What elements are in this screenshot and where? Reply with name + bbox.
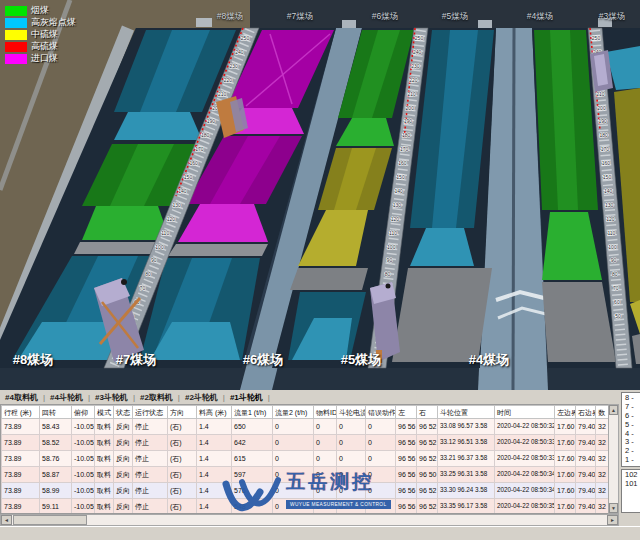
table-cell: (右) bbox=[168, 499, 197, 515]
rail-distance-number: 130 bbox=[172, 202, 181, 208]
tab-machine-5[interactable]: #2斗轮机 bbox=[185, 392, 218, 403]
table-cell: 0 bbox=[314, 419, 337, 435]
rail-distance-number: 240 bbox=[235, 49, 244, 55]
vertical-scrollbar[interactable]: ▲ ▼ bbox=[608, 404, 619, 514]
tab-machine-6[interactable]: #1斗轮机 bbox=[230, 392, 263, 403]
rail-distance-number: 250 bbox=[241, 35, 250, 41]
table-cell: -10.05 bbox=[72, 451, 95, 467]
coal-yard-monitoring-app: 2502402302202102001901801701601501401301… bbox=[0, 0, 640, 540]
rail-distance-number: 140 bbox=[394, 188, 403, 194]
tab-machine-3[interactable]: #3斗轮机 bbox=[95, 392, 128, 403]
table-cell: 96 52 bbox=[417, 419, 438, 435]
column-header: 右 bbox=[417, 406, 438, 419]
table-cell: 32 bbox=[596, 435, 609, 451]
color-swatch bbox=[5, 42, 27, 52]
column-header: 方向 bbox=[168, 406, 197, 419]
table-cell: 58.99 bbox=[40, 483, 72, 499]
pile-end-face bbox=[114, 112, 202, 140]
column-header: 回转 bbox=[40, 406, 72, 419]
table-row[interactable]: 73.8958.99-10.05取料反向停止(右)1.4576000096 56… bbox=[2, 483, 609, 499]
rail-distance-number: 180 bbox=[402, 132, 411, 138]
rail-distance-number: 160 bbox=[602, 160, 611, 166]
rail-distance-number: 220 bbox=[409, 77, 418, 83]
machine-list-item[interactable]: 1 - bbox=[625, 456, 640, 465]
table-cell: 反向 bbox=[114, 435, 133, 451]
rail-distance-number: 180 bbox=[201, 132, 210, 138]
column-header: 时间 bbox=[495, 406, 555, 419]
scroll-down-button[interactable]: ▼ bbox=[609, 503, 618, 513]
table-cell: 548 bbox=[232, 499, 273, 515]
table-cell: 96 56 bbox=[396, 435, 417, 451]
tab-separator: | bbox=[133, 393, 135, 402]
scroll-right-button[interactable]: ► bbox=[607, 515, 618, 525]
table-cell: 33.25 96.31 3.58 bbox=[438, 467, 495, 483]
column-header: 右边界 bbox=[576, 406, 596, 419]
rail-distance-number: 170 bbox=[195, 146, 204, 152]
table-row[interactable]: 73.8958.87-10.05取料反向停止(右)1.4597000096 56… bbox=[2, 467, 609, 483]
table-cell: 79.40 bbox=[576, 499, 596, 515]
rail-distance-number: 160 bbox=[190, 160, 199, 166]
yard-label-top: #7煤场 bbox=[287, 11, 313, 23]
table-cell: 停止 bbox=[133, 499, 168, 515]
tab-separator: | bbox=[178, 393, 180, 402]
rail-distance-number: 160 bbox=[398, 160, 407, 166]
table-cell: 1.4 bbox=[197, 451, 232, 467]
table-cell: -10.05 bbox=[72, 419, 95, 435]
rail-distance-number: 100 bbox=[155, 244, 164, 250]
machine-number-list: 8 -7 -6 -5 -4 -3 -2 -1 - bbox=[621, 392, 640, 467]
tab-machine-1[interactable]: #4取料机 bbox=[5, 392, 38, 403]
concrete-platform bbox=[168, 244, 268, 256]
table-cell: (右) bbox=[168, 435, 197, 451]
tab-separator: | bbox=[43, 393, 45, 402]
tab-machine-2[interactable]: #4斗轮机 bbox=[50, 392, 83, 403]
column-header: 运行状态 bbox=[133, 406, 168, 419]
rail-distance-number: 190 bbox=[598, 118, 607, 124]
table-cell: 96 52 bbox=[417, 435, 438, 451]
table-cell: 0 bbox=[273, 467, 314, 483]
coal-yard-3d-scene: 2502402302202102001901801701601501401301… bbox=[0, 0, 640, 390]
horizontal-scrollbar[interactable]: ◄ ► bbox=[0, 514, 619, 526]
table-row[interactable]: 73.8958.43-10.05取料反向停止(右)1.4650000096 56… bbox=[2, 419, 609, 435]
rail-distance-number: 100 bbox=[387, 244, 396, 250]
table-row[interactable]: 73.8958.76-10.05取料反向停止(右)1.4615000096 56… bbox=[2, 451, 609, 467]
scroll-up-button[interactable]: ▲ bbox=[609, 405, 618, 415]
table-cell: 96 52 bbox=[417, 483, 438, 499]
table-cell: 取料 bbox=[95, 451, 114, 467]
scroll-left-button[interactable]: ◄ bbox=[1, 515, 12, 525]
yard-label-bottom: #8煤场 bbox=[13, 351, 53, 369]
status-bar bbox=[0, 526, 640, 540]
table-cell: 73.89 bbox=[2, 499, 40, 515]
table-cell: 0 bbox=[366, 451, 396, 467]
tab-separator: | bbox=[88, 393, 90, 402]
table-cell: 0 bbox=[337, 483, 366, 499]
table-cell: 597 bbox=[232, 467, 273, 483]
yard-label-top: #6煤场 bbox=[372, 11, 398, 23]
machine-code-item[interactable]: 101 bbox=[625, 480, 640, 489]
yard-label-bottom: #6煤场 bbox=[243, 351, 283, 369]
coal-yard-3d-viewport[interactable]: 2502402302202102001901801701601501401301… bbox=[0, 0, 640, 390]
column-header: 流量2 (t/h) bbox=[273, 406, 314, 419]
table-row[interactable]: 73.8959.11-10.05取料反向停止(右)1.4548000096 56… bbox=[2, 499, 609, 515]
column-header: 模式 bbox=[95, 406, 114, 419]
table-cell: 0 bbox=[314, 467, 337, 483]
table-cell: 17.60 bbox=[555, 451, 576, 467]
rail-distance-number: 90 bbox=[151, 257, 157, 263]
table-cell: 取料 bbox=[95, 419, 114, 435]
table-cell: 58.87 bbox=[40, 467, 72, 483]
table-cell: 96 50 bbox=[417, 467, 438, 483]
table-cell: 停止 bbox=[133, 451, 168, 467]
table-cell: 73.89 bbox=[2, 483, 40, 499]
coal-type-legend: 烟煤高灰熔点煤中硫煤高硫煤进口煤 bbox=[5, 5, 76, 65]
tab-machine-4[interactable]: #2取料机 bbox=[140, 392, 173, 403]
table-cell: 2020-04-22 08:50:34 bbox=[495, 483, 555, 499]
column-header: 料高 (米) bbox=[197, 406, 232, 419]
scrollbar-thumb[interactable] bbox=[13, 515, 87, 525]
rail-distance-number: 170 bbox=[400, 146, 409, 152]
rail-distance-number: 140 bbox=[178, 188, 187, 194]
table-cell: -10.05 bbox=[72, 483, 95, 499]
table-cell: 79.40 bbox=[576, 419, 596, 435]
table-cell: 反向 bbox=[114, 451, 133, 467]
table-row[interactable]: 73.8958.52-10.05取料反向停止(右)1.4642000096 56… bbox=[2, 435, 609, 451]
table-cell: 停止 bbox=[133, 467, 168, 483]
rail-distance-number: 130 bbox=[605, 202, 614, 208]
